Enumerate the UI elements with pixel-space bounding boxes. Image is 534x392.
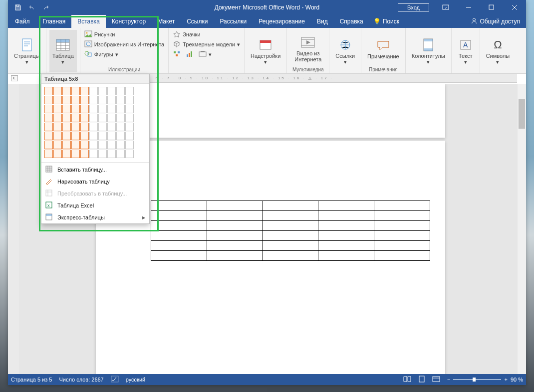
vertical-ruler[interactable]: [8, 84, 19, 374]
pictures-button[interactable]: Рисунки: [83, 30, 165, 39]
grid-cell[interactable]: [89, 114, 98, 122]
grid-cell[interactable]: [71, 132, 80, 140]
grid-cell[interactable]: [80, 141, 89, 149]
grid-cell[interactable]: [98, 96, 107, 104]
zoom-level[interactable]: 90 %: [511, 377, 523, 383]
online-images-button[interactable]: Изображения из Интернета: [83, 40, 165, 49]
scroll-thumb[interactable]: [519, 99, 525, 129]
quick-tables-menu[interactable]: Экспресс-таблицы▶: [41, 211, 149, 223]
grid-cell[interactable]: [53, 105, 62, 113]
grid-cell[interactable]: [80, 150, 89, 158]
table-grid-picker[interactable]: [41, 84, 149, 161]
grid-cell[interactable]: [107, 114, 116, 122]
symbols-button[interactable]: ΩСимволы▾: [483, 30, 513, 72]
grid-cell[interactable]: [71, 123, 80, 131]
read-mode-icon[interactable]: [403, 376, 411, 383]
excel-table-menu[interactable]: xТаблица Excel: [41, 199, 149, 211]
grid-cell[interactable]: [116, 150, 125, 158]
grid-cell[interactable]: [98, 141, 107, 149]
draw-table-menu[interactable]: Нарисовать таблицу: [41, 176, 149, 188]
grid-cell[interactable]: [62, 141, 71, 149]
grid-cell[interactable]: [98, 114, 107, 122]
grid-cell[interactable]: [89, 96, 98, 104]
grid-cell[interactable]: [62, 132, 71, 140]
grid-cell[interactable]: [107, 105, 116, 113]
grid-cell[interactable]: [62, 105, 71, 113]
grid-cell[interactable]: [71, 141, 80, 149]
grid-cell[interactable]: [107, 132, 116, 140]
grid-cell[interactable]: [116, 123, 125, 131]
grid-cell[interactable]: [53, 141, 62, 149]
video-button[interactable]: Видео из Интернета: [290, 30, 326, 66]
grid-cell[interactable]: [107, 123, 116, 131]
grid-cell[interactable]: [116, 132, 125, 140]
grid-cell[interactable]: [71, 87, 80, 95]
grid-cell[interactable]: [125, 141, 134, 149]
addins-button[interactable]: Надстройки▾: [248, 30, 283, 72]
print-layout-icon[interactable]: [418, 376, 425, 384]
tab-design[interactable]: Конструктор: [106, 15, 152, 28]
grid-cell[interactable]: [53, 96, 62, 104]
links-button[interactable]: Ссылки▾: [332, 30, 358, 72]
status-words[interactable]: Число слов: 2667: [59, 377, 103, 383]
grid-cell[interactable]: [89, 87, 98, 95]
shapes-button[interactable]: Фигуры ▾: [83, 50, 165, 59]
save-icon[interactable]: [13, 2, 23, 12]
tab-home[interactable]: Главная: [37, 15, 72, 28]
ribbon-display-icon[interactable]: [434, 0, 457, 15]
grid-cell[interactable]: [71, 105, 80, 113]
status-page[interactable]: Страница 5 из 5: [11, 377, 52, 383]
grid-cell[interactable]: [107, 87, 116, 95]
close-icon[interactable]: [503, 0, 526, 15]
grid-cell[interactable]: [71, 96, 80, 104]
status-language[interactable]: русский: [126, 377, 145, 383]
share-button[interactable]: Общий доступ: [465, 15, 526, 28]
grid-cell[interactable]: [44, 150, 53, 158]
grid-cell[interactable]: [89, 132, 98, 140]
grid-cell[interactable]: [116, 141, 125, 149]
vertical-scrollbar[interactable]: [518, 84, 526, 374]
tab-view[interactable]: Вид: [311, 15, 334, 28]
grid-cell[interactable]: [125, 123, 134, 131]
grid-cell[interactable]: [107, 96, 116, 104]
models3d-button[interactable]: Трехмерные модели ▾: [172, 40, 241, 49]
table-button[interactable]: Таблица ▾: [49, 30, 77, 72]
tab-selector[interactable]: L: [11, 75, 18, 81]
grid-cell[interactable]: [80, 96, 89, 104]
grid-cell[interactable]: [80, 114, 89, 122]
grid-cell[interactable]: [62, 96, 71, 104]
grid-cell[interactable]: [125, 96, 134, 104]
grid-cell[interactable]: [89, 150, 98, 158]
grid-cell[interactable]: [53, 123, 62, 131]
horizontal-ruler[interactable]: 1 · 2 · 3 · 4 · 5 · 6 · 7 · 8 · 9 · 10 ·…: [96, 74, 517, 83]
redo-icon[interactable]: [41, 2, 51, 12]
headerfooter-button[interactable]: Колонтитулы▾: [409, 30, 448, 72]
grid-cell[interactable]: [98, 87, 107, 95]
text-button[interactable]: AТекст▾: [455, 30, 477, 72]
zoom-in-button[interactable]: +: [504, 377, 507, 383]
grid-cell[interactable]: [125, 150, 134, 158]
grid-cell[interactable]: [89, 105, 98, 113]
tab-mailings[interactable]: Рассылки: [214, 15, 253, 28]
grid-cell[interactable]: [71, 114, 80, 122]
grid-cell[interactable]: [80, 123, 89, 131]
tab-layout[interactable]: Макет: [152, 15, 181, 28]
smartart-chart-row[interactable]: ▾: [172, 50, 241, 59]
grid-cell[interactable]: [125, 87, 134, 95]
grid-cell[interactable]: [44, 123, 53, 131]
grid-cell[interactable]: [125, 114, 134, 122]
grid-cell[interactable]: [116, 105, 125, 113]
grid-cell[interactable]: [62, 150, 71, 158]
pages-button[interactable]: Страницы ▾: [11, 30, 43, 72]
grid-cell[interactable]: [62, 114, 71, 122]
grid-cell[interactable]: [62, 123, 71, 131]
zoom-thumb[interactable]: [473, 378, 476, 382]
tab-references[interactable]: Ссылки: [181, 15, 214, 28]
web-layout-icon[interactable]: [432, 376, 440, 383]
grid-cell[interactable]: [107, 141, 116, 149]
document-table[interactable]: [151, 200, 430, 261]
insert-table-menu[interactable]: Вставить таблицу...: [41, 164, 149, 176]
grid-cell[interactable]: [107, 150, 116, 158]
grid-cell[interactable]: [116, 96, 125, 104]
tab-insert[interactable]: Вставка: [71, 15, 106, 28]
